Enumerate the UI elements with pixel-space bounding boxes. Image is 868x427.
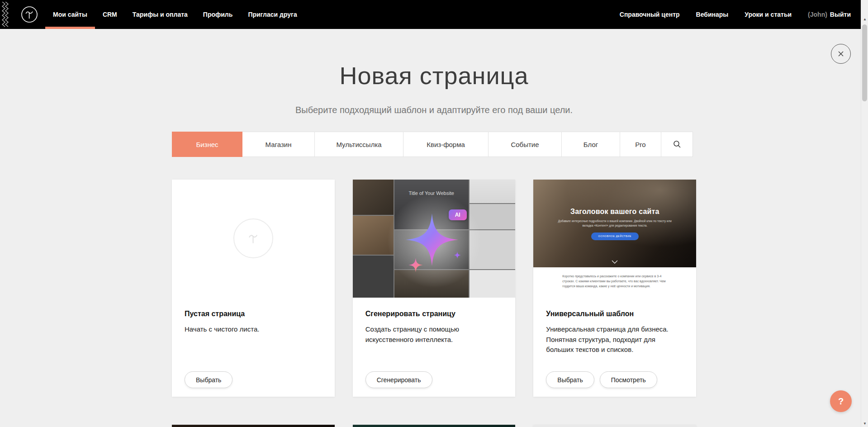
nav-help-center[interactable]: Справочный центр <box>620 11 680 18</box>
page-subtitle: Выберите подходящий шаблон и адаптируйте… <box>0 105 868 115</box>
tab-multilink[interactable]: Мультиссылка <box>314 132 403 157</box>
ai-sparkle-tiny-icon <box>453 251 461 259</box>
card-generate-page[interactable]: Title of Your Website <box>353 180 516 397</box>
generate-page-button[interactable]: Сгенерировать <box>365 371 432 388</box>
user-name: (John) <box>808 11 827 18</box>
main-navigation: Мои сайты CRM Тарифы и оплата Профиль Пр… <box>45 0 305 29</box>
nav-profile[interactable]: Профиль <box>195 0 241 29</box>
ai-badge: AI <box>449 209 467 220</box>
tab-pro[interactable]: Pro <box>620 132 661 157</box>
preview-hero-button: основное действие <box>591 232 639 240</box>
nav-invite-friend[interactable]: Пригласи друга <box>240 0 304 29</box>
nav-webinars[interactable]: Вебинары <box>696 11 729 18</box>
tab-quiz-form[interactable]: Квиз-форма <box>403 132 489 157</box>
preview-hero-title: Заголовок вашего сайта <box>570 208 659 216</box>
card-title: Пустая страница <box>185 310 322 318</box>
preview-hero-text: Добавьте интересные подробности о вашей … <box>554 219 676 228</box>
top-navbar: Мои сайты CRM Тарифы и оплата Профиль Пр… <box>0 0 861 29</box>
scrollbar[interactable]: ▲ ▼ <box>861 0 868 427</box>
card-universal-template[interactable]: Заголовок вашего сайта Добавьте интересн… <box>533 180 696 397</box>
tab-shop[interactable]: Магазин <box>242 132 315 157</box>
close-modal-button[interactable] <box>831 44 851 64</box>
choose-blank-button[interactable]: Выбрать <box>185 371 232 388</box>
scrollbar-down-arrow[interactable]: ▼ <box>861 422 868 426</box>
nav-tariffs[interactable]: Тарифы и оплата <box>125 0 195 29</box>
card-title: Сгенерировать страницу <box>365 310 503 318</box>
view-universal-button[interactable]: Посмотреть <box>600 371 657 388</box>
nav-crm[interactable]: CRM <box>95 0 125 29</box>
template-card-partial[interactable] <box>172 425 335 427</box>
help-button[interactable]: ? <box>830 390 852 412</box>
template-cards-row: Пустая страница Начать с чистого листа. … <box>172 180 696 397</box>
template-cards-row-2 <box>172 425 696 427</box>
tilda-watermark-icon <box>233 218 273 258</box>
ai-sparkle-small-icon <box>408 257 423 273</box>
card-title: Универсальный шаблон <box>546 310 683 318</box>
tab-business[interactable]: Бизнес <box>172 132 242 157</box>
scrollbar-thumb[interactable] <box>862 24 867 101</box>
tilda-logo[interactable] <box>20 0 39 29</box>
zigzag-decoration-icon <box>0 0 11 29</box>
card-blank-page[interactable]: Пустая страница Начать с чистого листа. … <box>172 180 335 397</box>
tab-search[interactable] <box>661 132 693 157</box>
choose-universal-button[interactable]: Выбрать <box>546 371 594 388</box>
chevron-down-icon <box>612 260 618 264</box>
user-logout-block[interactable]: (John) Выйти <box>808 11 851 18</box>
template-preview-body: Коротко представьтесь и расскажите о ком… <box>533 267 696 303</box>
page-title: Новая страница <box>0 63 868 88</box>
card-actions: Выбрать Посмотреть <box>546 371 657 388</box>
card-description: Начать с чистого листа. <box>185 324 322 335</box>
secondary-navigation: Справочный центр Вебинары Уроки и статьи… <box>620 0 861 29</box>
nav-lessons[interactable]: Уроки и статьи <box>745 11 792 18</box>
template-card-partial[interactable] <box>533 425 696 427</box>
ai-collage-preview: Title of Your Website <box>353 180 516 298</box>
template-preview-hero: Заголовок вашего сайта Добавьте интересн… <box>533 180 696 267</box>
card-actions: Выбрать <box>185 371 232 388</box>
tab-event[interactable]: Событие <box>488 132 562 157</box>
card-actions: Сгенерировать <box>365 371 432 388</box>
template-category-tabs: Бизнес Магазин Мультиссылка Квиз-форма С… <box>172 132 696 157</box>
card-description: Универсальная страница для бизнеса. Поня… <box>546 324 683 355</box>
scrollbar-up-arrow[interactable]: ▲ <box>861 17 868 21</box>
close-icon <box>837 50 844 57</box>
card-description: Создать страницу с помощью искусственног… <box>365 324 479 345</box>
nav-my-sites[interactable]: Мои сайты <box>45 0 95 29</box>
tab-blog[interactable]: Блог <box>561 132 620 157</box>
preview-about-text: Коротко представьтесь и расскажите о ком… <box>562 274 667 289</box>
logout-link[interactable]: Выйти <box>830 11 851 18</box>
search-icon <box>673 140 681 148</box>
template-card-partial[interactable] <box>353 425 516 427</box>
